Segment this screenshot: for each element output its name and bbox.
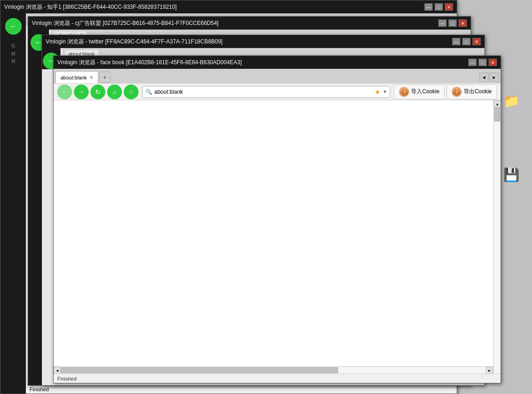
status-text-facebook: Finished xyxy=(57,376,77,382)
sidebar-item-1b[interactable]: 对 xyxy=(9,46,18,49)
new-tab-button[interactable]: + xyxy=(99,72,110,83)
sidebar-back-1[interactable]: ← xyxy=(5,18,22,35)
tab-nav-buttons: ◄ ► xyxy=(479,73,499,82)
tab-label: about:blank xyxy=(60,75,87,80)
restore-btn-4[interactable]: □ xyxy=(478,59,487,66)
horizontal-scrollbar[interactable]: ◄ ► xyxy=(54,366,493,374)
toolbar-facebook: ← → ↻ ⌂ ☆ 🔍 ★ ▼ xyxy=(54,84,501,100)
scroll-left-btn[interactable]: ◄ xyxy=(54,367,61,374)
restore-btn-3[interactable]: □ xyxy=(462,38,471,45)
window-title-twitter: Vmlogin 浏览器 - twitter [FF8AC89C-C464-4F7… xyxy=(46,38,223,46)
scroll-track-v[interactable] xyxy=(494,108,501,376)
import-cookie-label: 导入Cookie xyxy=(411,88,439,96)
address-bar[interactable]: 🔍 ★ ▼ xyxy=(142,86,390,98)
titlebar-cj: Vmlogin 浏览器 - cj广告联盟 [027B725C-B616-4875… xyxy=(28,17,471,30)
minimize-btn-4[interactable]: — xyxy=(468,59,477,66)
minimize-btn-3[interactable]: — xyxy=(452,38,460,45)
minimize-btn-1[interactable]: — xyxy=(424,3,433,11)
restore-btn-2[interactable]: □ xyxy=(448,19,457,27)
titlebar-twitter: Vmlogin 浏览器 - twitter [FF8AC89C-C464-4F7… xyxy=(42,35,484,48)
star-icon[interactable]: ★ xyxy=(375,88,381,96)
close-btn-4[interactable]: ✕ xyxy=(489,59,497,66)
search-icon: 🔍 xyxy=(145,89,152,95)
window-facebook-inner: Vmlogin 浏览器 - face book [E1A402B8-181E-4… xyxy=(54,56,501,383)
export-cookie-button[interactable]: 🍪 导出Cookie xyxy=(447,85,497,99)
scroll-thumb-h[interactable] xyxy=(61,367,338,373)
window-title-cj: Vmlogin 浏览器 - cj广告联盟 [027B725C-B616-4875… xyxy=(32,19,218,27)
folder-icon: 📁 xyxy=(503,92,520,109)
vertical-scrollbar[interactable]: ▲ ▼ xyxy=(493,100,501,383)
drive-icon: 💾 xyxy=(503,166,520,183)
status-1: Finished xyxy=(30,387,49,392)
back-button[interactable]: ← xyxy=(57,85,72,99)
export-cookie-icon: 🍪 xyxy=(452,87,462,97)
titlebar-zhishou: Vmlogin 浏览器 - 知手1 [386C25BE-F644-40CC-93… xyxy=(0,0,457,13)
sidebar-item-1a[interactable]: 引 xyxy=(9,38,18,42)
import-cookie-button[interactable]: 🍪 导入Cookie xyxy=(394,85,444,99)
titlebar-facebook: Vmlogin 浏览器 - face book [E1A402B8-181E-4… xyxy=(54,56,501,69)
window-facebook: Vmlogin 浏览器 - face book [E1A402B8-181E-4… xyxy=(53,55,501,383)
address-input[interactable] xyxy=(154,89,373,95)
tab-nav-right[interactable]: ► xyxy=(490,73,499,82)
sidebar-item-1c[interactable]: 对 xyxy=(9,53,18,57)
dropdown-icon[interactable]: ▼ xyxy=(382,89,387,94)
home-button[interactable]: ⌂ xyxy=(107,85,122,99)
desktop-icon-folder[interactable]: 📁 xyxy=(500,92,523,109)
tab-bar-facebook: about:blank ✕ + ◄ ► xyxy=(54,69,501,84)
restore-btn-1[interactable]: □ xyxy=(435,3,443,11)
sidebar-1: ← 引 对 对 xyxy=(0,13,26,394)
scroll-up-btn[interactable]: ▲ xyxy=(494,100,501,108)
minimize-btn-2[interactable]: — xyxy=(438,19,447,27)
import-cookie-icon: 🍪 xyxy=(399,87,409,97)
window-controls-cj: — □ ✕ xyxy=(438,19,467,27)
status-bar-facebook: Finished xyxy=(54,374,501,383)
scroll-right-btn[interactable]: ► xyxy=(486,367,493,374)
close-btn-2[interactable]: ✕ xyxy=(459,19,467,27)
refresh-button[interactable]: ↻ xyxy=(91,85,105,99)
close-btn-3[interactable]: ✕ xyxy=(472,38,481,45)
window-controls-zhishou: — □ ✕ xyxy=(424,3,453,11)
browser-content-area xyxy=(54,100,493,366)
desktop: Vmlogin 浏览器 - 知手1 [386C25BE-F644-40CC-93… xyxy=(0,0,532,394)
scroll-thumb-v[interactable] xyxy=(494,108,500,121)
tab-facebook-main[interactable]: about:blank ✕ xyxy=(55,71,98,83)
window-title-facebook: Vmlogin 浏览器 - face book [E1A402B8-181E-4… xyxy=(57,59,242,67)
window-controls-facebook: — □ ✕ xyxy=(468,59,497,66)
export-cookie-label: 导出Cookie xyxy=(464,88,492,96)
close-btn-1[interactable]: ✕ xyxy=(445,3,453,11)
desktop-icon-drive[interactable]: 💾 xyxy=(500,166,523,183)
bookmark-button[interactable]: ☆ xyxy=(124,85,139,99)
window-title-zhishou: Vmlogin 浏览器 - 知手1 [386C25BE-F644-40CC-93… xyxy=(4,3,177,11)
tab-nav-left[interactable]: ◄ xyxy=(479,73,489,82)
window-controls-twitter: — □ ✕ xyxy=(452,38,481,45)
tab-close-icon[interactable]: ✕ xyxy=(90,75,93,80)
scroll-track-h[interactable] xyxy=(61,367,486,374)
forward-button[interactable]: → xyxy=(74,85,89,99)
browser-main: ▲ ▼ ◄ ► Finished xyxy=(54,100,501,383)
